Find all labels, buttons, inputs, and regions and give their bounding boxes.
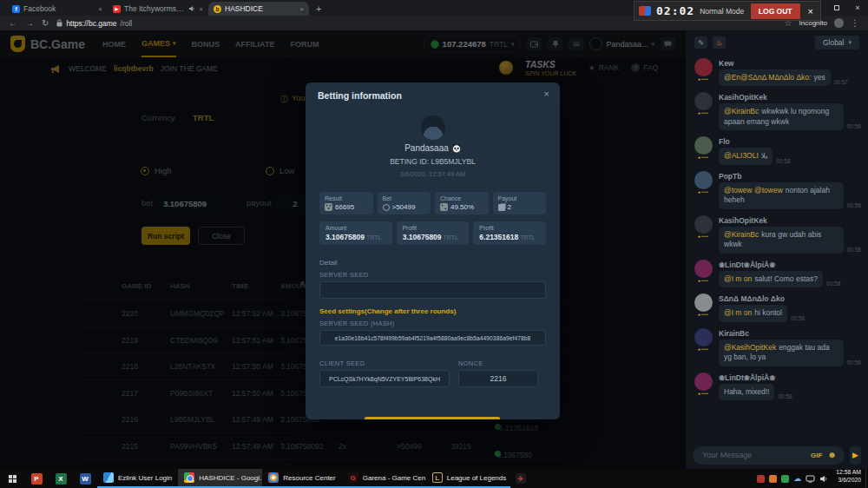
client-seed-input[interactable]: PCLcQSk7HYk8qN5VZYEY5BlP638QkH	[319, 370, 450, 387]
restore-icon	[834, 5, 839, 10]
chat-bubble: @KirainBcwkwkwk lu ngomong apaan emang w…	[719, 103, 844, 130]
player-avatar	[421, 115, 445, 140]
taskbar-app-lol[interactable]: LLeague of Legends	[426, 469, 510, 488]
clock-date: 3/6/2020	[836, 477, 861, 485]
chat-hot-button[interactable]: ♨	[713, 36, 726, 49]
tab-youtube[interactable]: ▶ The Itchyworms x Ely Buend... ×	[108, 2, 208, 16]
chat-messages: ★•••• Kew @En@SΔnΔ MΔnΔlo Δko:yes00:57 ★…	[686, 55, 868, 441]
powerpoint-button[interactable]: P	[24, 469, 49, 488]
url-field[interactable]: https://bc.game/roll	[56, 19, 132, 28]
chat-username[interactable]: KasihOpitKek	[719, 216, 861, 225]
chat-message: ★•••• PopTb @towew @towewnonton ajalah h…	[693, 171, 861, 209]
reload-icon[interactable]: ↻	[42, 18, 49, 28]
window-close-button[interactable]: ×	[847, 0, 868, 16]
change-seed-button[interactable]	[365, 417, 500, 419]
chat-username[interactable]: KirainBc	[719, 329, 861, 338]
mention: @En@SΔnΔ MΔnΔlo Δko:	[724, 73, 811, 82]
nonce-label: NONCE	[458, 359, 483, 367]
tab-close-icon[interactable]: ×	[199, 5, 203, 13]
youtube-favicon-icon: ▶	[113, 5, 121, 13]
avatar[interactable]	[694, 293, 713, 312]
app-icon: ✈	[516, 473, 526, 484]
message-pill: GIF ☻	[693, 446, 845, 465]
level-stars-icon: ★••••	[698, 392, 709, 396]
level-stars-icon: ★••••	[698, 155, 709, 160]
word-button[interactable]: W	[73, 469, 97, 488]
tray-icon[interactable]	[769, 475, 777, 483]
avatar[interactable]	[694, 58, 713, 76]
taskbar-app-misc[interactable]: ✈	[510, 469, 531, 488]
chat-message: ★•••• KasihOpitKek @KirainBckura gw udah…	[693, 215, 861, 254]
gif-button[interactable]: GIF	[811, 452, 822, 459]
window-restore-button[interactable]	[826, 0, 847, 16]
chat-username[interactable]: ❀LinDt❀ÅlpiÅ❀	[719, 260, 861, 269]
logout-button[interactable]: LOG OUT	[751, 3, 800, 19]
server-seed-label: SERVER SEED	[319, 271, 369, 279]
chat-bubble: @ALI3OLIيلا	[719, 148, 773, 164]
start-button[interactable]	[0, 469, 24, 488]
incognito-avatar-icon[interactable]	[834, 18, 844, 28]
chat-input-bar: GIF ☻ ▶	[686, 441, 868, 469]
chat-channel-select[interactable]: Global▾	[815, 36, 859, 49]
avatar[interactable]	[694, 215, 713, 234]
mention: @KirainBc	[724, 230, 759, 239]
player-name[interactable]: Pandasaaa	[306, 143, 560, 153]
chat-username[interactable]: PopTb	[719, 172, 861, 181]
chat-username[interactable]: Kew	[719, 59, 861, 68]
avatar[interactable]	[694, 136, 713, 155]
network-icon[interactable]	[806, 475, 815, 483]
chat-username[interactable]: KasihOpitKek	[719, 93, 861, 102]
excel-button[interactable]: X	[49, 469, 73, 488]
stat-bet: Bet >50499	[378, 192, 431, 214]
browser-menu-icon[interactable]: ⋮	[851, 18, 859, 28]
chevron-down-icon: ▾	[848, 39, 852, 46]
level-stars-icon: ★••••	[698, 347, 709, 352]
chat-username[interactable]: Flo	[719, 137, 861, 146]
avatar[interactable]	[694, 260, 713, 278]
chat-bubble: @I m onsalut! Como estas?	[719, 271, 823, 287]
tab-audio-icon[interactable]	[188, 5, 195, 12]
chat-time: 00:58	[847, 359, 861, 366]
timer-mode-label: Normal Mode	[700, 7, 746, 16]
message-input[interactable]	[700, 450, 806, 460]
server-seed-hash-input[interactable]: e1a30e16b41c578f499b59ab4f5219a4f5880aa9…	[319, 330, 546, 346]
cards-icon	[498, 204, 505, 211]
chrome-icon	[184, 472, 194, 483]
onedrive-cloud-icon[interactable]: ☁	[793, 475, 801, 483]
new-tab-button[interactable]: +	[316, 3, 321, 14]
taskbar-app-resource-center[interactable]: Resource Center	[262, 469, 341, 488]
tab-facebook[interactable]: f Facebook ×	[7, 2, 108, 16]
send-button[interactable]: ▶	[850, 446, 861, 465]
mention: @I m on	[724, 308, 752, 317]
tab-close-icon[interactable]: ×	[98, 5, 102, 13]
taskbar-app-garena[interactable]: GGarena - Game Cen...	[342, 469, 426, 488]
level-stars-icon: ★••••	[698, 279, 709, 283]
modal-close-icon[interactable]: ×	[544, 89, 549, 99]
taskbar-app-ezlink[interactable]: Ezlink User Login	[97, 469, 178, 488]
forward-icon[interactable]: →	[25, 18, 34, 28]
server-seed-input[interactable]	[319, 281, 546, 299]
avatar[interactable]	[694, 328, 713, 346]
taskbar-app-hashdice[interactable]: HASHDICE - Googl...	[178, 469, 262, 488]
level-stars-icon: ★••••	[698, 234, 709, 239]
excel-icon: X	[56, 473, 67, 485]
avatar[interactable]	[694, 92, 713, 110]
tray-icon[interactable]	[757, 475, 765, 483]
avatar[interactable]	[694, 373, 713, 391]
timer-close-icon[interactable]: ×	[806, 6, 816, 16]
tab-close-icon[interactable]: ×	[299, 5, 304, 13]
chat-rules-button[interactable]: ✎	[694, 36, 707, 49]
avatar[interactable]	[694, 171, 713, 189]
tab-hashdice[interactable]: b HASHDICE ×	[208, 2, 309, 16]
tray-icon[interactable]	[781, 475, 789, 483]
nonce-input[interactable]: 2216	[458, 370, 538, 387]
chat-username[interactable]: ❀LinDt❀ÅlpiÅ❀	[719, 373, 861, 382]
emoji-icon[interactable]: ☻	[827, 451, 837, 459]
page: BC.Game HOME GAMES▾ BONUS AFFILIATE FORU…	[0, 30, 868, 469]
volume-icon[interactable]	[819, 475, 828, 483]
server-seed-hash-label: SERVER SEED (HASH)	[319, 320, 395, 327]
tab-title: Facebook	[23, 4, 95, 13]
chat-username[interactable]: SΔnΔ MΔnΔlo Δko	[719, 294, 861, 303]
back-icon[interactable]: ←	[9, 18, 17, 28]
taskbar-clock[interactable]: 12:58 AM 3/6/2020	[832, 469, 865, 488]
